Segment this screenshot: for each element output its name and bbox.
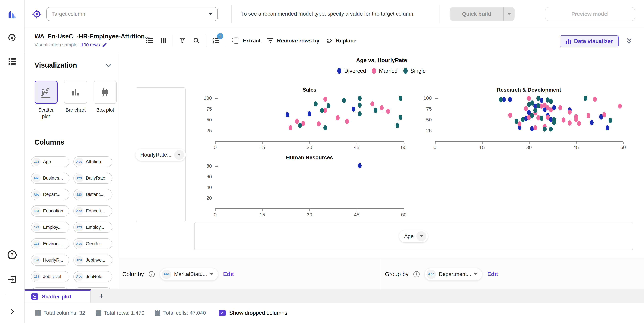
total-cells-text: Total cells: 47,040: [163, 310, 206, 316]
info-icon[interactable]: i: [414, 271, 420, 277]
info-icon[interactable]: i: [149, 271, 155, 277]
scatter-point: [314, 101, 318, 107]
column-pill-label: JobRole: [86, 274, 102, 279]
legend-dot-icon: [337, 68, 341, 74]
visualization-sample: Visualization sample: 100 rows: [34, 42, 108, 48]
column-pill-jobrole[interactable]: AbcJobRole: [74, 271, 112, 282]
datasets-list-icon[interactable]: [8, 57, 17, 66]
legend-dot-icon: [372, 68, 376, 74]
remove-rows-button[interactable]: Remove rows by: [266, 37, 320, 44]
column-pill-employ[interactable]: 123Employ...: [31, 222, 70, 233]
group-by-pill[interactable]: Abc Department...: [424, 268, 482, 281]
y-axis-variable-pill[interactable]: HourlyRate...: [135, 149, 186, 161]
column-type-icon: 123: [32, 256, 40, 264]
target-column-select[interactable]: Target column: [46, 7, 218, 21]
data-visualizer-button[interactable]: Data visualizer: [560, 35, 619, 47]
color-by-edit-link[interactable]: Edit: [223, 271, 234, 277]
double-chevron-down-icon[interactable]: [626, 37, 632, 46]
x-axis-variable-pill[interactable]: Age: [399, 230, 428, 242]
quick-build-dropdown[interactable]: [504, 7, 514, 21]
sort-button[interactable]: 1 2 3 3: [212, 37, 220, 44]
scatter-point: [295, 119, 299, 124]
tab-scatter-plot[interactable]: Scatter plot: [25, 290, 91, 303]
sample-rows-link[interactable]: 100 rows: [81, 42, 100, 48]
x-axis-tick: [404, 209, 404, 211]
x-tick-label: 60: [397, 212, 411, 218]
y-tick-label: 25: [196, 128, 212, 133]
logout-icon[interactable]: [7, 274, 17, 285]
column-pill-label: HourlyR...: [43, 258, 63, 263]
chevron-down-icon[interactable]: [416, 231, 426, 241]
replace-button[interactable]: Replace: [325, 37, 356, 44]
extract-button[interactable]: Extract: [232, 37, 260, 44]
rows-icon: [146, 37, 154, 44]
group-by-edit-link[interactable]: Edit: [487, 271, 498, 277]
x-tick-label: 30: [302, 212, 316, 218]
scatter-point: [536, 96, 540, 101]
subplot-title: Research & Development: [435, 87, 623, 93]
column-pill-busines[interactable]: AbcBusines...: [31, 173, 70, 184]
expand-rail-chevron-icon[interactable]: [8, 308, 16, 315]
y-axis-selector-card: HourlyRate...: [136, 87, 186, 222]
quick-build-button[interactable]: Quick build: [450, 7, 514, 21]
chart-type-picker: Scatter plot Bar chart Box plot: [25, 69, 119, 120]
column-pill-maritals[interactable]: AbcMaritalS...: [74, 288, 112, 289]
search-icon: [192, 37, 200, 44]
y-tick-label: 40: [196, 185, 212, 190]
app-window: ? Target column: [0, 0, 644, 323]
collapse-section-chevron-icon[interactable]: [106, 61, 112, 67]
y-tick-label: 100: [196, 95, 212, 101]
column-pill-employ[interactable]: 123Employ...: [74, 222, 112, 233]
column-pill-label: DailyRate: [86, 176, 105, 181]
column-view-button[interactable]: [159, 37, 167, 44]
column-pill-joblevel[interactable]: 123JobLevel: [31, 271, 70, 282]
scatter-point: [514, 119, 518, 124]
column-pill-hourlyr[interactable]: 123HourlyR...: [31, 255, 70, 266]
canvas-logo-icon[interactable]: [7, 9, 18, 20]
color-by-pill[interactable]: Abc MaritalStatu...: [160, 268, 218, 281]
chevron-down-icon: [209, 13, 212, 15]
preview-model-button[interactable]: Preview model: [545, 7, 635, 21]
target-column-placeholder: Target column: [52, 11, 85, 17]
rail-divider: [6, 295, 18, 295]
filter-button[interactable]: [179, 37, 187, 44]
x-tick-label: 60: [616, 144, 630, 150]
scatter-plot-icon: [40, 86, 52, 99]
data-visualizer-label: Data visualizer: [574, 38, 613, 44]
scatter-point: [323, 96, 327, 102]
column-type-icon: Abc: [162, 270, 171, 279]
column-pill-dailyrate[interactable]: 123DailyRate: [74, 173, 112, 184]
chart-type-bar-chart[interactable]: [64, 81, 87, 104]
add-tab-button[interactable]: +: [95, 290, 108, 303]
scatter-point: [530, 100, 534, 106]
row-view-button[interactable]: [146, 37, 154, 44]
column-pill-depart[interactable]: AbcDepart...: [31, 189, 70, 200]
edit-pencil-icon[interactable]: [102, 42, 107, 48]
x-axis-tick: [356, 142, 357, 144]
chart-type-scatter-plot[interactable]: [34, 81, 58, 104]
top-bar: Target column To see a recommended model…: [25, 0, 644, 28]
models-icon[interactable]: [7, 33, 17, 43]
chart-title: Age vs. HourlyRate: [119, 57, 644, 63]
column-pill-attrition[interactable]: AbcAttrition: [74, 156, 112, 167]
column-pill-jobinvo[interactable]: 123JobInvo...: [74, 255, 112, 266]
filter-lines-icon: [266, 37, 274, 44]
chevron-down-icon[interactable]: [174, 150, 184, 160]
column-pill-jobsati[interactable]: 123JobSati...: [31, 288, 70, 289]
x-tick-label: 15: [256, 212, 269, 218]
show-dropped-columns-checkbox[interactable]: ✓ Show dropped columns: [219, 310, 287, 316]
scatter-point: [370, 101, 374, 107]
search-button[interactable]: [192, 37, 200, 44]
column-pill-educati[interactable]: AbcEducati...: [74, 205, 112, 216]
help-icon[interactable]: ?: [7, 250, 18, 260]
column-pill-label: Gender: [86, 241, 101, 246]
scatter-point: [399, 96, 402, 101]
column-pill-distanc[interactable]: 123Distanc...: [74, 189, 112, 200]
column-pill-age[interactable]: 123Age: [31, 156, 70, 167]
column-type-icon: 123: [32, 158, 40, 166]
column-pill-label: Educati...: [86, 208, 104, 214]
column-pill-gender[interactable]: AbcGender: [74, 238, 112, 249]
chart-type-box-plot[interactable]: [94, 81, 116, 104]
column-pill-environ[interactable]: 123Environ...: [31, 238, 70, 249]
column-pill-education[interactable]: 123Education: [31, 205, 70, 216]
